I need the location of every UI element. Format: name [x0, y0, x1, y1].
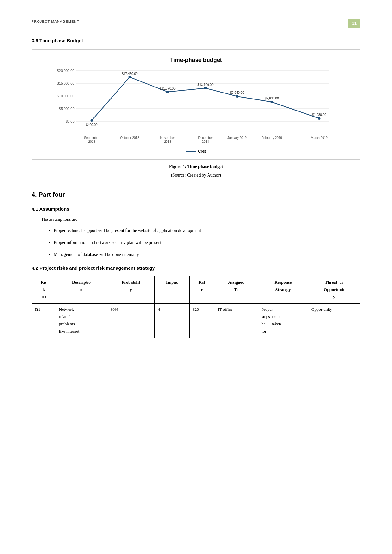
page: PROJECT MANAGEMENT 11 3.6 Time phase Bud…: [0, 0, 392, 554]
risk-threat-cell: Opportunity: [308, 303, 360, 338]
svg-text:November: November: [160, 136, 175, 140]
svg-point-15: [236, 95, 238, 98]
svg-text:September: September: [84, 136, 100, 140]
svg-text:$10,000.00: $10,000.00: [57, 94, 74, 98]
risk-description-cell: Networkrelatedproblemslike internet: [56, 303, 107, 338]
part-4-heading: 4. Part four: [32, 190, 360, 199]
section-42-heading: 4.2 Project risks and project risk manag…: [32, 265, 360, 272]
list-item: Management of database will be done inte…: [54, 251, 360, 258]
th-impact: Impact: [155, 276, 190, 304]
chart-container: Time-phase budget $20,000.00 $15,000.00 …: [32, 49, 360, 160]
section-41: 4.1 Assumptions The assumptions are: Pro…: [32, 206, 360, 258]
svg-text:$7,630.00: $7,630.00: [265, 97, 279, 100]
svg-point-14: [204, 87, 207, 89]
assumptions-list: Proper technical support will be present…: [54, 227, 360, 258]
svg-text:December: December: [198, 136, 213, 140]
section-36: 3.6 Time phase Budget Time-phase budget …: [32, 37, 360, 179]
svg-point-16: [271, 101, 273, 103]
page-header: PROJECT MANAGEMENT 11: [32, 19, 360, 28]
assumptions-intro: The assumptions are:: [41, 216, 360, 223]
svg-point-17: [318, 117, 321, 120]
table-row: R1 Networkrelatedproblemslike internet 8…: [32, 303, 360, 338]
figure-caption: Figure 5: Time phase budget: [32, 163, 360, 170]
svg-text:$15,000.00: $15,000.00: [57, 81, 74, 85]
svg-text:March 2019: March 2019: [311, 136, 328, 140]
header-title: PROJECT MANAGEMENT: [32, 19, 79, 24]
svg-text:$5,000.00: $5,000.00: [59, 107, 75, 111]
svg-text:$400.00: $400.00: [86, 123, 98, 127]
svg-text:$17,460.00: $17,460.00: [122, 72, 137, 75]
list-item: Proper information and network security …: [54, 239, 360, 246]
time-phase-chart: $20,000.00 $15,000.00 $10,000.00 $5,000.…: [41, 68, 351, 143]
risk-assigned-cell: IT office: [214, 303, 258, 338]
th-rate: Rate: [189, 276, 214, 304]
svg-text:2018: 2018: [202, 140, 209, 143]
svg-text:$13,100.00: $13,100.00: [197, 83, 213, 87]
svg-text:February 2019: February 2019: [262, 136, 282, 140]
chart-legend: Cost: [41, 148, 351, 154]
svg-text:$11,570.00: $11,570.00: [160, 87, 175, 90]
th-response: ResponseStrategy: [258, 276, 308, 304]
chart-title: Time-phase budget: [41, 56, 351, 64]
risk-table: RiskID Description Probability Impact Ra…: [32, 276, 360, 338]
svg-text:$0.00: $0.00: [66, 119, 75, 123]
th-threat: Threat orOpportunity: [308, 276, 360, 304]
risk-probability-cell: 80%: [107, 303, 155, 338]
svg-text:$1,080.00: $1,080.00: [312, 113, 326, 117]
section-42: 4.2 Project risks and project risk manag…: [32, 265, 360, 338]
legend-line-icon: [186, 151, 196, 152]
svg-text:$9,940.00: $9,940.00: [230, 91, 244, 94]
th-assigned: AssignedTo: [214, 276, 258, 304]
risk-rate-cell: 320: [189, 303, 214, 338]
section-41-heading: 4.1 Assumptions: [32, 206, 360, 213]
th-risk-id: RiskID: [32, 276, 56, 304]
th-probability: Probability: [107, 276, 155, 304]
legend-label: Cost: [198, 148, 206, 154]
svg-point-11: [91, 119, 93, 122]
svg-text:2018: 2018: [88, 140, 95, 143]
svg-text:January 2019: January 2019: [227, 136, 247, 140]
risk-response-cell: Propersteps mustbe takenfor: [258, 303, 308, 338]
svg-point-12: [129, 76, 131, 78]
risk-impact-cell: 4: [155, 303, 190, 338]
svg-text:October 2018: October 2018: [120, 136, 139, 140]
svg-point-13: [166, 91, 169, 93]
svg-text:$20,000.00: $20,000.00: [57, 69, 74, 73]
svg-text:2018: 2018: [164, 140, 171, 143]
section-36-heading: 3.6 Time phase Budget: [32, 37, 360, 45]
list-item: Proper technical support will be present…: [54, 227, 360, 234]
page-number: 11: [348, 19, 360, 28]
th-description: Description: [56, 276, 107, 304]
part-4-section: 4. Part four 4.1 Assumptions The assumpt…: [32, 190, 360, 338]
source-caption: (Source: Created by Author): [32, 172, 360, 178]
risk-id-cell: R1: [32, 303, 56, 338]
table-header-row: RiskID Description Probability Impact Ra…: [32, 276, 360, 304]
